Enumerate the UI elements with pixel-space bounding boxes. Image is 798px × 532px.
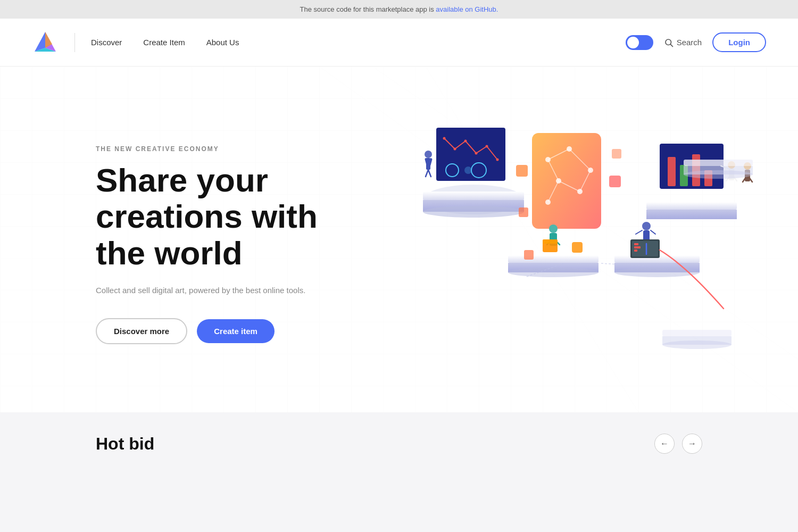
svg-point-19 xyxy=(486,145,488,148)
hot-bid-header: Hot bid ← → xyxy=(96,434,702,454)
svg-line-5 xyxy=(670,44,672,46)
svg-point-24 xyxy=(425,151,432,158)
svg-rect-54 xyxy=(634,243,638,245)
svg-rect-87 xyxy=(684,160,753,166)
create-item-button[interactable]: Create item xyxy=(197,319,275,343)
github-link[interactable]: available on GitHub. xyxy=(436,5,498,13)
svg-line-59 xyxy=(651,230,655,234)
hero-section: THE NEW CREATIVE ECONOMY Share your crea… xyxy=(0,66,798,412)
svg-rect-84 xyxy=(543,239,558,244)
svg-rect-90 xyxy=(662,330,732,336)
nav-about-us[interactable]: About Us xyxy=(206,38,239,47)
search-label: Search xyxy=(677,38,702,47)
svg-rect-86 xyxy=(524,250,534,260)
svg-rect-60 xyxy=(646,202,737,210)
search-icon xyxy=(664,38,674,47)
hot-bid-title: Hot bid xyxy=(96,434,154,454)
svg-rect-43 xyxy=(516,165,528,177)
svg-point-18 xyxy=(475,152,478,155)
svg-line-58 xyxy=(636,230,642,234)
hero-subtitle: Collect and sell digital art, powered by… xyxy=(96,284,351,297)
announcement-bar: The source code for this marketplace app… xyxy=(0,0,798,19)
svg-point-23 xyxy=(464,167,472,174)
svg-point-20 xyxy=(496,159,499,161)
svg-point-17 xyxy=(464,140,467,143)
svg-rect-11 xyxy=(423,192,524,200)
hot-bid-arrows: ← → xyxy=(654,434,702,454)
nav-discover[interactable]: Discover xyxy=(91,38,122,47)
hot-bid-next-button[interactable]: → xyxy=(682,434,702,454)
discover-more-button[interactable]: Discover more xyxy=(96,318,187,344)
login-button[interactable]: Login xyxy=(712,32,766,52)
svg-line-29 xyxy=(428,170,431,177)
nav-divider xyxy=(74,33,75,52)
logo-icon[interactable] xyxy=(32,29,59,56)
svg-point-49 xyxy=(614,268,700,277)
svg-point-13 xyxy=(423,206,524,218)
hero-left: THE NEW CREATIVE ECONOMY Share your crea… xyxy=(96,145,351,344)
svg-point-92 xyxy=(662,340,732,349)
nav-links: Discover Create Item About Us xyxy=(91,38,626,47)
hero-illustration xyxy=(372,106,766,383)
hero-buttons: Discover more Create item xyxy=(96,318,351,344)
svg-rect-55 xyxy=(634,246,641,248)
header: Discover Create Item About Us Search Log… xyxy=(0,19,798,66)
svg-rect-63 xyxy=(668,157,676,186)
nav-right: Search Login xyxy=(626,32,766,52)
iso-illustration xyxy=(372,106,766,383)
svg-rect-85 xyxy=(572,242,583,253)
svg-point-89 xyxy=(684,170,753,179)
svg-point-79 xyxy=(549,225,558,233)
svg-rect-45 xyxy=(612,149,621,159)
search-area[interactable]: Search xyxy=(664,38,702,47)
svg-rect-56 xyxy=(634,250,637,252)
announcement-text: The source code for this marketplace app… xyxy=(300,5,436,13)
svg-point-50 xyxy=(642,222,651,230)
hero-title: Share your creations with the world xyxy=(96,162,351,271)
svg-point-16 xyxy=(454,148,456,151)
svg-rect-76 xyxy=(508,255,598,263)
svg-point-78 xyxy=(508,268,598,277)
nav-create-item[interactable]: Create Item xyxy=(143,38,185,47)
svg-point-15 xyxy=(443,137,446,140)
svg-rect-44 xyxy=(609,176,621,187)
hero-eyebrow: THE NEW CREATIVE ECONOMY xyxy=(96,145,351,153)
theme-toggle[interactable] xyxy=(626,35,653,50)
svg-line-28 xyxy=(426,170,428,177)
hot-bid-section: Hot bid ← → xyxy=(0,412,798,470)
hot-bid-prev-button[interactable]: ← xyxy=(654,434,675,454)
logo-area xyxy=(32,29,59,56)
svg-rect-61 xyxy=(646,210,737,219)
svg-rect-46 xyxy=(519,207,528,217)
toggle-knob xyxy=(627,37,639,48)
svg-rect-30 xyxy=(532,133,601,229)
